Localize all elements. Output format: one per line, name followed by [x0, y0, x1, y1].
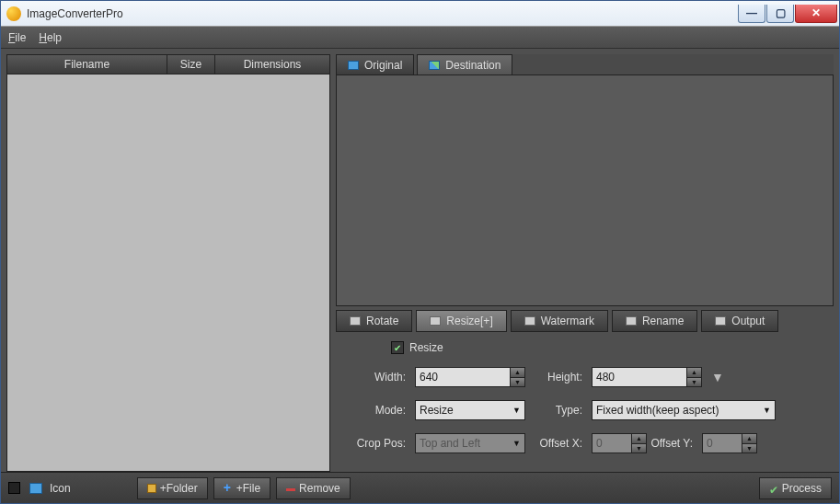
- type-label: Type:: [525, 404, 592, 417]
- original-icon: [348, 61, 359, 70]
- mode-label: Mode:: [349, 404, 415, 417]
- window-title: ImageConverterPro: [27, 7, 737, 20]
- width-input[interactable]: 640 ▲▼: [415, 367, 525, 387]
- offsetx-label: Offset X:: [525, 437, 592, 450]
- output-icon: [715, 316, 726, 326]
- offsety-label: Offset Y:: [647, 437, 702, 450]
- tooltab-resize[interactable]: Resize[+]: [416, 310, 506, 332]
- tab-original[interactable]: Original: [336, 54, 414, 74]
- tooltab-rotate[interactable]: Rotate: [336, 310, 412, 332]
- tooltab-rename[interactable]: Rename: [612, 310, 697, 332]
- file-table-header: Filename Size Dimensions: [6, 54, 330, 74]
- icon-checkbox[interactable]: [8, 482, 20, 494]
- height-label: Height:: [525, 371, 592, 384]
- preview-tabs: Original Destination: [336, 54, 834, 74]
- rotate-icon: [350, 316, 361, 326]
- menu-file[interactable]: File: [8, 31, 26, 44]
- add-file-button[interactable]: ++File: [213, 477, 270, 499]
- width-label: Width:: [349, 371, 415, 384]
- width-down[interactable]: ▼: [510, 378, 524, 387]
- minus-icon: [286, 488, 295, 491]
- file-list-panel: Filename Size Dimensions: [6, 54, 330, 472]
- plus-icon: +: [224, 484, 233, 493]
- col-size[interactable]: Size: [167, 54, 215, 74]
- process-button[interactable]: ✔Process: [759, 477, 832, 499]
- menubar: File Help: [1, 27, 839, 49]
- type-select[interactable]: Fixed width(keep aspect)▼: [592, 400, 776, 420]
- app-icon: [6, 6, 21, 21]
- add-folder-button[interactable]: +Folder: [137, 477, 208, 499]
- titlebar[interactable]: ImageConverterPro — ▢ ✕: [1, 1, 839, 27]
- watermark-icon: [524, 316, 535, 326]
- preview-area: [336, 74, 834, 306]
- tooltab-output[interactable]: Output: [701, 310, 778, 332]
- croppos-label: Crop Pos:: [349, 437, 415, 450]
- tab-destination[interactable]: Destination: [417, 54, 512, 74]
- minimize-button[interactable]: —: [738, 5, 765, 23]
- height-input[interactable]: 480 ▲▼: [592, 367, 702, 387]
- tooltab-watermark[interactable]: Watermark: [511, 310, 608, 332]
- offsety-input: 0 ▲▼: [702, 433, 757, 453]
- icon-label: Icon: [50, 482, 71, 495]
- height-down[interactable]: ▼: [686, 378, 701, 387]
- col-dimensions[interactable]: Dimensions: [215, 54, 330, 74]
- check-icon: ✔: [769, 484, 778, 493]
- mode-select[interactable]: Resize▼: [415, 400, 525, 420]
- height-up[interactable]: ▲: [686, 368, 701, 378]
- resize-form: ✔ Resize Width: 640 ▲▼ Height: 480 ▲▼: [336, 332, 834, 472]
- col-filename[interactable]: Filename: [6, 54, 167, 74]
- resize-icon: [430, 316, 441, 326]
- app-window: ImageConverterPro — ▢ ✕ File Help Filena…: [0, 0, 840, 504]
- resize-checkbox-label: Resize: [409, 341, 443, 354]
- bottom-toolbar: Icon +Folder ++File Remove ✔Process: [1, 472, 839, 503]
- tool-tabs: Rotate Resize[+] Watermark Rename Output: [336, 310, 834, 332]
- width-up[interactable]: ▲: [510, 368, 524, 378]
- folder-icon: [147, 484, 156, 493]
- maximize-button[interactable]: ▢: [766, 5, 794, 23]
- menu-help[interactable]: Help: [39, 31, 62, 44]
- resize-checkbox[interactable]: ✔: [391, 341, 404, 354]
- croppos-select: Top and Left▼: [415, 433, 525, 453]
- remove-button[interactable]: Remove: [276, 477, 351, 499]
- right-panel: Original Destination Rotate Resize[+] Wa…: [336, 54, 834, 472]
- file-table-body[interactable]: [6, 74, 330, 472]
- offsetx-input: 0 ▲▼: [592, 433, 647, 453]
- rename-icon: [626, 316, 637, 326]
- close-button[interactable]: ✕: [795, 5, 837, 23]
- expand-caret-icon[interactable]: ▼: [711, 370, 724, 384]
- icon-mode-icon: [29, 483, 42, 494]
- destination-icon: [429, 61, 440, 70]
